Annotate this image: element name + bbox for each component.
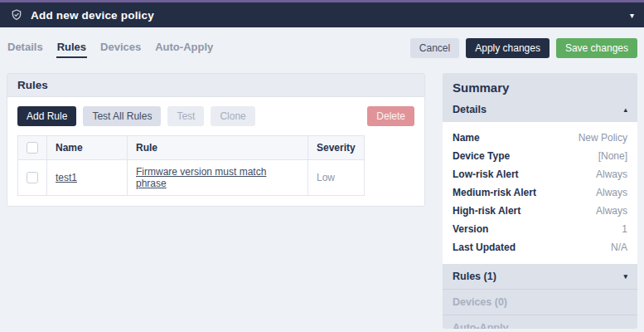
cancel-button[interactable]: Cancel [410, 38, 459, 58]
rule-desc-cell: Firmware version must match phrase [128, 160, 308, 196]
detail-value: Always [596, 168, 627, 180]
severity-column-header: Severity [308, 136, 365, 160]
detail-label: High-risk Alert [453, 205, 521, 217]
details-section-label: Details [453, 104, 487, 115]
rule-name-link[interactable]: test1 [56, 172, 77, 183]
summary-details-body: Name New Policy Device Type [None] Low-r… [443, 122, 637, 264]
auto-apply-section-label: Auto-Apply [453, 322, 508, 329]
summary-section-devices: Devices (0) [443, 290, 637, 315]
clone-button[interactable]: Clone [211, 106, 254, 126]
detail-row-name: Name New Policy [453, 129, 627, 147]
tab-rules[interactable]: Rules [56, 39, 87, 58]
detail-row-version: Version 1 [453, 220, 627, 238]
rules-table-header-row: Name Rule Severity [18, 136, 365, 160]
tab-devices[interactable]: Devices [99, 39, 142, 58]
detail-value: Always [596, 205, 627, 217]
rules-panel-body: Add Rule Test All Rules Test Clone Delet… [7, 97, 424, 206]
detail-row-medium-risk-alert: Medium-risk Alert Always [453, 183, 627, 202]
rule-description-link[interactable]: Firmware version must match phrase [136, 166, 266, 189]
select-all-header-cell [18, 136, 47, 160]
rules-toolbar: Add Rule Test All Rules Test Clone Delet… [17, 106, 414, 126]
policy-tabs: Details Rules Devices Auto-Apply [7, 39, 214, 58]
select-row-checkbox[interactable] [27, 172, 38, 183]
detail-value: New Policy [579, 132, 627, 144]
summary-section-rules[interactable]: Rules (1) ▾ [443, 264, 637, 290]
table-row: test1 Firmware version must match phrase… [18, 160, 365, 196]
detail-row-last-updated: Last Updated N/A [453, 238, 627, 256]
detail-label: Medium-risk Alert [453, 187, 536, 198]
detail-label: Low-risk Alert [453, 168, 519, 180]
detail-label: Version [453, 223, 488, 235]
detail-value: [None] [598, 150, 627, 162]
tabs-and-actions-row: Details Rules Devices Auto-Apply Cancel … [0, 27, 644, 63]
rule-name-cell: test1 [47, 160, 128, 196]
test-all-rules-button[interactable]: Test All Rules [83, 106, 161, 126]
summary-section-details[interactable]: Details ▴ [443, 100, 637, 122]
detail-value: Always [596, 187, 627, 198]
tab-details[interactable]: Details [7, 39, 44, 58]
test-button[interactable]: Test [167, 106, 204, 126]
detail-row-device-type: Device Type [None] [453, 147, 627, 165]
name-column-header: Name [47, 136, 128, 160]
policy-action-buttons: Cancel Apply changes Save changes [410, 38, 637, 58]
tab-auto-apply[interactable]: Auto-Apply [154, 39, 214, 58]
rules-panel-title: Rules [7, 74, 424, 97]
devices-section-label: Devices (0) [453, 296, 507, 308]
rule-column-header: Rule [128, 136, 308, 160]
row-select-cell [18, 160, 47, 196]
page-title: Add new device policy [31, 9, 154, 22]
shield-check-icon [10, 8, 23, 22]
rules-table: Name Rule Severity test1 Firmware versio… [17, 135, 365, 196]
detail-label: Device Type [453, 150, 510, 162]
rules-section-label: Rules (1) [453, 271, 496, 282]
add-rule-button[interactable]: Add Rule [17, 106, 76, 126]
detail-value: N/A [611, 242, 627, 253]
rule-severity-cell: Low [308, 160, 365, 196]
detail-row-low-risk-alert: Low-risk Alert Always [453, 165, 627, 183]
detail-label: Name [453, 132, 480, 144]
delete-button[interactable]: Delete [367, 106, 414, 126]
detail-label: Last Updated [453, 242, 516, 253]
select-all-checkbox[interactable] [27, 142, 38, 154]
detail-value: 1 [622, 223, 627, 235]
summary-section-auto-apply: Auto-Apply [443, 315, 637, 329]
severity-value: Low [317, 172, 335, 183]
save-changes-button[interactable]: Save changes [556, 38, 637, 58]
policy-titlebar: Add new device policy ▾ [0, 2, 644, 27]
rules-panel: Rules Add Rule Test All Rules Test Clone… [7, 73, 425, 207]
collapse-panel-caret-icon[interactable]: ▾ [630, 11, 634, 20]
summary-panel-title: Summary [443, 73, 637, 100]
caret-up-icon[interactable]: ▴ [623, 105, 627, 114]
caret-down-icon[interactable]: ▾ [623, 272, 627, 281]
summary-panel: Summary Details ▴ Name New Policy Device… [443, 73, 637, 329]
apply-changes-button[interactable]: Apply changes [466, 38, 550, 58]
detail-row-high-risk-alert: High-risk Alert Always [453, 202, 627, 220]
